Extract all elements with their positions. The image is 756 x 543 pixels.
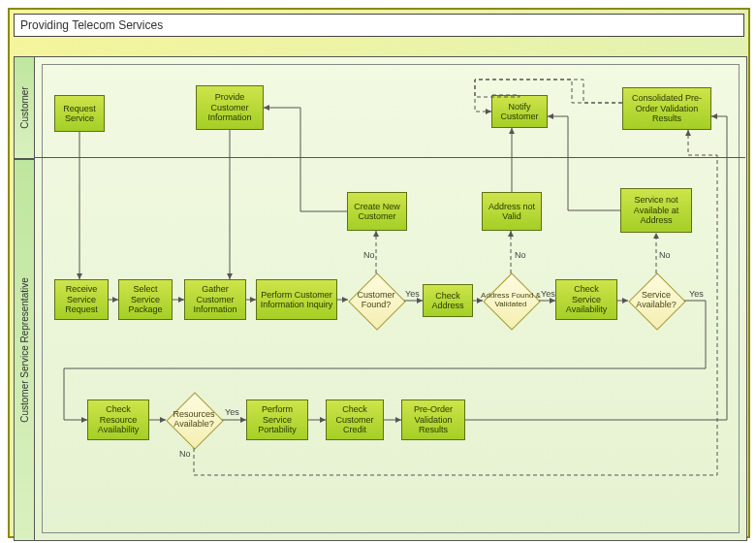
- label-no-1: No: [363, 250, 375, 260]
- node-gather-info[interactable]: Gather Customer Information: [184, 279, 246, 320]
- label-yes-1: Yes: [405, 289, 420, 299]
- node-perform-inquiry[interactable]: Perform Customer Information Inquiry: [256, 279, 337, 320]
- node-receive-request[interactable]: Receive Service Request: [54, 279, 109, 320]
- node-perform-portability[interactable]: Perform Service Portability: [246, 399, 308, 440]
- node-check-credit[interactable]: Check Customer Credit: [326, 399, 384, 440]
- lane-label-customer-text: Customer: [19, 86, 30, 128]
- label-no-2: No: [515, 250, 526, 260]
- node-provide-customer-info[interactable]: Provide Customer Information: [196, 85, 264, 130]
- node-create-new-customer[interactable]: Create New Customer: [347, 192, 407, 231]
- lane-divider: [34, 157, 745, 158]
- label-yes-2: Yes: [541, 289, 555, 299]
- node-service-not-avail[interactable]: Service not Available at Address: [620, 188, 692, 233]
- lane-label-customer: Customer: [14, 56, 35, 159]
- node-notify-customer[interactable]: Notify Customer: [491, 95, 548, 128]
- node-select-package[interactable]: Select Service Package: [118, 279, 173, 320]
- node-consolidated-results[interactable]: Consolidated Pre-Order Validation Result…: [622, 87, 711, 130]
- diagram-frame: Providing Telecom Services Customer Cust…: [8, 8, 750, 538]
- node-request-service[interactable]: Request Service: [54, 95, 105, 132]
- label-no-4: No: [179, 449, 191, 459]
- node-check-address[interactable]: Check Address: [423, 284, 473, 317]
- lane-label-csr-text: Customer Service Representative: [19, 277, 30, 423]
- node-address-not-valid[interactable]: Address not Valid: [482, 192, 542, 231]
- label-yes-3: Yes: [689, 289, 704, 299]
- node-check-service-avail[interactable]: Check Service Availability: [555, 279, 617, 320]
- label-yes-4: Yes: [225, 407, 239, 417]
- lane-label-csr: Customer Service Representative: [14, 159, 35, 541]
- label-no-3: No: [659, 250, 671, 260]
- node-preorder-results[interactable]: Pre-Order Validation Results: [401, 399, 465, 440]
- diagram-title: Providing Telecom Services: [14, 14, 744, 37]
- node-check-resource-avail[interactable]: Check Resource Availability: [87, 399, 149, 440]
